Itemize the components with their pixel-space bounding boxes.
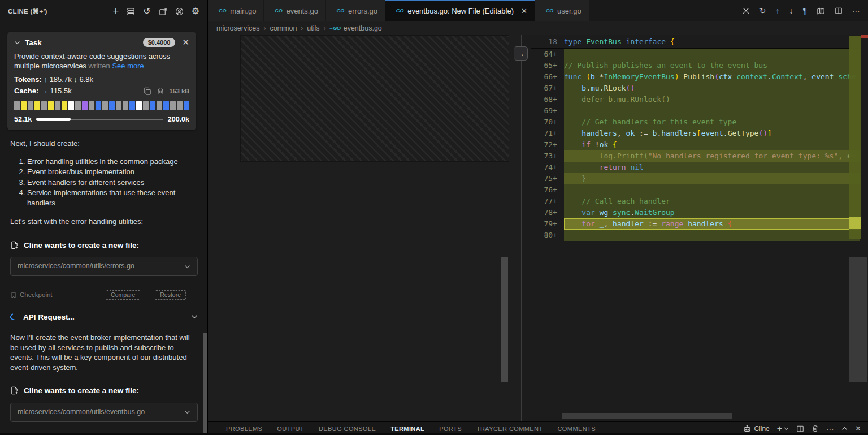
panel-tab-traycer-comment[interactable]: TRAYCER COMMENT — [476, 425, 543, 432]
panel-tab-output[interactable]: OUTPUT — [277, 425, 304, 432]
code-line[interactable]: 67+ b.mu.RLock() — [531, 83, 860, 94]
task-close-icon[interactable]: ✕ — [182, 37, 189, 48]
task-title: Task — [25, 38, 42, 47]
mcp-servers-icon[interactable] — [127, 7, 135, 16]
file-path-dropdown[interactable]: microservices/common/utils/errors.go — [10, 257, 198, 276]
account-icon[interactable] — [175, 7, 184, 16]
checkpoint-row: Checkpoint Compare Restore — [10, 290, 198, 300]
code-line-text: log.Printf("No handlers registered for e… — [564, 150, 860, 162]
open-in-new-window-icon[interactable] — [159, 7, 167, 16]
tab-user.go[interactable]: GOuser.go — [535, 0, 589, 21]
terminal-profile[interactable]: Cline — [743, 425, 769, 433]
code-line[interactable]: 71+ handlers, ok := b.handlers[event.Get… — [531, 128, 860, 139]
refresh-icon[interactable]: ↻ — [760, 6, 766, 15]
new-terminal-icon[interactable]: + — [777, 425, 782, 433]
file-path-dropdown[interactable]: microservices/common/utils/eventbus.go — [10, 403, 198, 422]
kill-terminal-trash-icon[interactable] — [811, 425, 819, 432]
code-line-text: func (b *InMemoryEventBus) Publish(ctx c… — [564, 71, 860, 83]
code-line[interactable]: 78+ var wg sync.WaitGroup — [531, 207, 860, 218]
code-line[interactable]: 73+ log.Printf("No handlers registered f… — [531, 150, 860, 162]
code-line[interactable]: 18type EventBus interface { — [531, 36, 860, 49]
code-line[interactable]: 64+ — [531, 49, 860, 60]
chevron-down-icon — [184, 264, 190, 270]
diff-sash[interactable] — [521, 35, 522, 421]
code-line[interactable]: 72+ if !ok { — [531, 139, 860, 150]
code-line[interactable]: 66+func (b *InMemoryEventBus) Publish(ct… — [531, 71, 860, 83]
tab-events.go[interactable]: GOevents.go — [264, 0, 326, 21]
panel-tab-debug-console[interactable]: DEBUG CONSOLE — [319, 425, 376, 432]
line-number: 76+ — [531, 184, 564, 196]
context-track — [36, 118, 163, 121]
split-terminal-icon[interactable] — [796, 425, 804, 433]
tab-label: user.go — [557, 7, 581, 15]
trash-icon[interactable] — [157, 87, 164, 95]
task-collapse-chevron-icon[interactable] — [14, 40, 20, 46]
tab-close-icon[interactable]: ✕ — [521, 7, 527, 15]
pilcrow-icon[interactable]: ¶ — [802, 6, 807, 15]
terminal-dropdown-icon[interactable] — [784, 426, 789, 431]
copy-icon[interactable] — [144, 87, 151, 95]
cache-size-badge: 153 kB — [170, 88, 189, 94]
code-line[interactable]: 74+ return nil — [531, 162, 860, 173]
code-line[interactable]: 69+ — [531, 105, 860, 117]
code-line[interactable]: 68+ defer b.mu.RUnlock() — [531, 94, 860, 105]
context-block-white — [68, 101, 74, 110]
code-line[interactable]: 75+ } — [531, 173, 860, 184]
compare-button[interactable]: Compare — [106, 290, 140, 300]
maximize-panel-chevron-up-icon[interactable] — [841, 425, 848, 432]
line-number: 69+ — [531, 105, 564, 117]
sidebar-scrollbar[interactable] — [203, 333, 207, 435]
breadcrumb-item-eventbus.go[interactable]: GOeventbus.go — [330, 24, 382, 32]
panel-tab-terminal[interactable]: TERMINAL — [390, 425, 424, 432]
see-more-link[interactable]: See more — [112, 62, 144, 70]
code-line-text: type EventBus interface { — [564, 36, 860, 48]
code-line[interactable]: 79+ for _, handler := range handlers { — [531, 218, 860, 230]
breadcrumb-item-utils[interactable]: utils — [307, 24, 319, 32]
next-change-icon[interactable]: ↓ — [789, 6, 793, 15]
restore-button[interactable]: Restore — [155, 290, 186, 300]
tab-eventbus.go-new-file-editable[interactable]: GOeventbus.go: New File (Editable)✕ — [385, 0, 535, 21]
line-number: 65+ — [531, 60, 564, 71]
sidebar-header-actions: + ↺ ⚙ — [112, 7, 199, 16]
settings-gear-icon[interactable]: ⚙ — [192, 7, 199, 16]
panel-tab-problems[interactable]: PROBLEMS — [226, 425, 262, 432]
panel-more-actions-icon[interactable]: ⋯ — [826, 425, 834, 433]
bottom-panel: PROBLEMSOUTPUTDEBUG CONSOLETERMINALPORTS… — [208, 421, 868, 435]
crossed-out-icon[interactable] — [742, 7, 750, 15]
tab-errors.go[interactable]: GOerrors.go — [326, 0, 385, 21]
diff-revert-arrow-button[interactable]: → — [514, 46, 528, 61]
chevron-down-icon[interactable] — [191, 313, 198, 320]
diff-original-pane[interactable] — [208, 35, 521, 421]
right-scrollbar-thumb[interactable] — [849, 257, 867, 382]
panel-tab-comments[interactable]: COMMENTS — [558, 425, 596, 432]
new-task-icon[interactable]: + — [112, 7, 119, 16]
more-actions-icon[interactable]: ⋯ — [852, 6, 860, 15]
history-icon[interactable]: ↺ — [143, 7, 150, 16]
previous-change-icon[interactable]: ↑ — [775, 6, 779, 15]
left-scrollbar-thumb[interactable] — [501, 257, 508, 382]
split-editor-icon[interactable] — [835, 7, 843, 15]
tab-main.go[interactable]: GOmain.go — [208, 0, 263, 21]
code-line[interactable]: 77+ // Call each handler — [531, 196, 860, 207]
horizontal-scrollbar-thumb[interactable] — [562, 413, 732, 419]
breadcrumb-label: microservices — [216, 24, 259, 32]
code-line-text: // Get handlers for this event type — [564, 117, 860, 128]
loading-spinner-icon — [9, 312, 18, 321]
context-block-gray — [75, 101, 81, 110]
breadcrumb-item-microservices[interactable]: microservices — [216, 24, 259, 32]
breadcrumb-item-common[interactable]: common — [270, 24, 297, 32]
code-line[interactable]: 80+ — [531, 230, 860, 241]
close-panel-icon[interactable]: ✕ — [855, 425, 861, 433]
map-icon[interactable] — [817, 7, 825, 15]
api-request-row[interactable]: API Request... — [10, 312, 198, 322]
code-line-text: for _, handler := range handlers { — [564, 218, 860, 230]
code-line[interactable]: 65+// Publish publishes an event to the … — [531, 60, 860, 71]
context-block-gray — [89, 101, 94, 110]
code-line[interactable]: 76+ — [531, 184, 860, 196]
panel-tab-ports[interactable]: PORTS — [439, 425, 462, 432]
diff-modified-pane[interactable]: 18type EventBus interface {64+65+// Publ… — [531, 35, 868, 421]
tool-request-header: Cline wants to create a new file: — [10, 386, 198, 396]
context-window-meter: 52.1k 200.0k — [14, 115, 189, 123]
context-block-yellow — [62, 101, 67, 110]
code-line[interactable]: 70+ // Get handlers for this event type — [531, 117, 860, 128]
